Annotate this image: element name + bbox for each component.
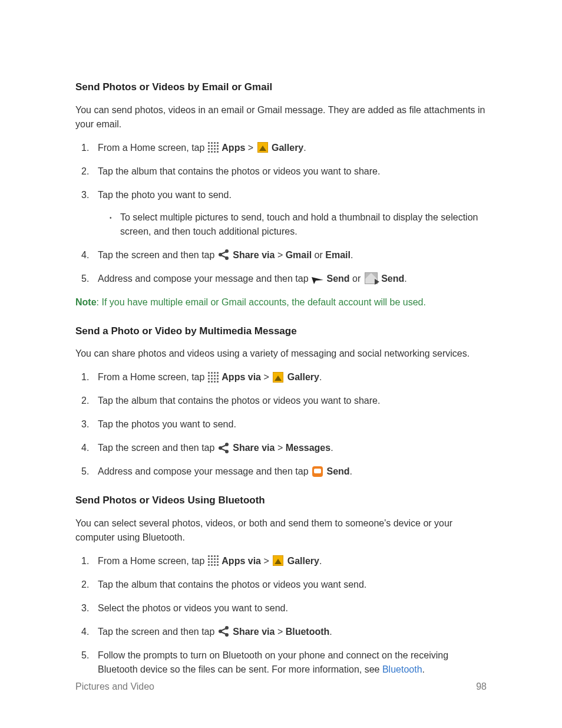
step: Tap the album that contains the photos o… <box>81 394 487 408</box>
steps-mms: From a Home screen, tap Apps via > Galle… <box>81 370 487 479</box>
substep: To select multiple pictures to send, tou… <box>110 210 487 239</box>
page-footer: Pictures and Video 98 <box>75 680 487 694</box>
step: Tap the album that contains the photos o… <box>81 578 487 592</box>
step: From a Home screen, tap Apps > Gallery. <box>81 141 487 155</box>
period: . <box>350 466 352 476</box>
period: . <box>303 143 306 153</box>
gallery-icon <box>257 142 268 153</box>
heading-email: Send Photos or Videos by Email or Gmail <box>75 80 487 95</box>
mail-send-icon <box>365 272 378 284</box>
apps-icon <box>208 372 219 383</box>
text: or <box>352 274 363 284</box>
step: Tap the photo you want to send. To selec… <box>81 188 487 239</box>
text: or <box>315 250 326 260</box>
text: Tap the screen and then tap <box>98 250 217 260</box>
intro-email: You can send photos, videos in an email … <box>75 103 487 131</box>
gallery-label: Gallery <box>287 556 319 566</box>
gallery-label: Gallery <box>287 372 319 382</box>
message-send-icon <box>312 466 323 477</box>
text: Address and compose your message and the… <box>98 274 311 284</box>
step: Follow the prompts to turn on Bluetooth … <box>81 648 487 677</box>
period: . <box>319 372 322 382</box>
text: > <box>277 250 286 260</box>
send-arrow-icon <box>312 274 323 282</box>
intro-bluetooth: You can select several photos, videos, o… <box>75 516 487 545</box>
gallery-icon <box>273 555 283 566</box>
apps-label: Apps via <box>222 372 261 382</box>
steps-email: From a Home screen, tap Apps > Gallery. … <box>81 141 487 286</box>
step: Tap the screen and then tap Share via > … <box>81 248 487 262</box>
apps-icon <box>208 142 219 153</box>
step: Select the photos or videos you want to … <box>81 601 487 615</box>
note-email: Note: If you have multiple email or Gmai… <box>75 295 487 309</box>
step: Tap the album that contains the photos o… <box>81 164 487 179</box>
step: From a Home screen, tap Apps via > Galle… <box>81 554 487 568</box>
step: Address and compose your message and the… <box>81 465 487 479</box>
period: . <box>422 664 425 674</box>
step: From a Home screen, tap Apps via > Galle… <box>81 370 487 384</box>
gmail-label: Gmail <box>286 250 312 260</box>
gallery-icon <box>273 372 283 383</box>
period: . <box>319 556 322 566</box>
send-label: Send <box>326 274 349 284</box>
share-icon <box>219 249 229 260</box>
messages-label: Messages <box>286 443 331 453</box>
text: > <box>263 372 272 382</box>
share-label: Share via <box>233 250 275 260</box>
text: > <box>248 143 256 153</box>
share-label: Share via <box>233 627 275 637</box>
text: Tap the photo you want to send. <box>98 190 232 200</box>
share-icon <box>219 626 229 637</box>
send-label: Send <box>381 274 404 284</box>
heading-mms: Send a Photo or Video by Multimedia Mess… <box>75 324 487 339</box>
step: Tap the screen and then tap Share via > … <box>81 441 487 455</box>
step: Tap the photos you want to send. <box>81 417 487 431</box>
apps-label: Apps via <box>222 556 261 566</box>
heading-bluetooth: Send Photos or Videos Using Bluetooth <box>75 493 487 508</box>
share-label: Share via <box>233 443 275 453</box>
bluetooth-label: Bluetooth <box>286 627 330 637</box>
bluetooth-link[interactable]: Bluetooth <box>382 664 422 674</box>
send-label: Send <box>326 466 349 476</box>
note-text: : If you have multiple email or Gmail ac… <box>97 297 426 307</box>
step: Tap the screen and then tap Share via > … <box>81 625 487 639</box>
period: . <box>329 627 332 637</box>
text: From a Home screen, tap <box>98 556 207 566</box>
apps-icon <box>208 555 219 566</box>
text: From a Home screen, tap <box>98 143 207 153</box>
text: From a Home screen, tap <box>98 372 207 382</box>
steps-bluetooth: From a Home screen, tap Apps via > Galle… <box>81 554 487 677</box>
note-label: Note <box>75 297 97 307</box>
text: Tap the screen and then tap <box>98 443 217 453</box>
period: . <box>404 274 406 284</box>
period: . <box>330 443 333 453</box>
gallery-label: Gallery <box>272 143 303 153</box>
footer-left: Pictures and Video <box>75 680 154 694</box>
substeps: To select multiple pictures to send, tou… <box>110 210 487 239</box>
text: > <box>277 627 286 637</box>
text: > <box>263 556 272 566</box>
share-icon <box>219 443 229 453</box>
text: Tap the screen and then tap <box>98 627 217 637</box>
step: Address and compose your message and the… <box>81 272 487 286</box>
apps-label: Apps <box>222 143 245 153</box>
text: Address and compose your message and the… <box>98 466 311 476</box>
text: > <box>277 443 286 453</box>
page-number: 98 <box>476 680 487 694</box>
email-label: Email <box>325 250 351 260</box>
intro-mms: You can share photos and videos using a … <box>75 347 487 361</box>
period: . <box>351 250 353 260</box>
